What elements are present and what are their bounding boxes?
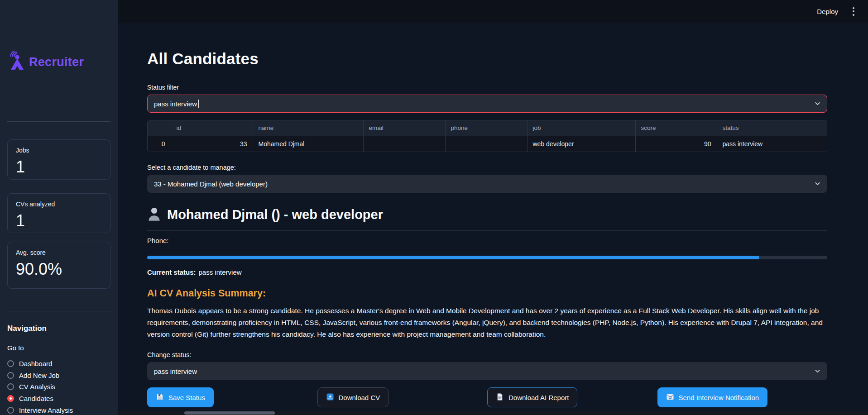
save-status-button[interactable]: Save Status [147,387,214,407]
cell-email [363,136,445,152]
table-row: 0 33 Mohamed Djmal web developer 90 pass… [148,136,827,152]
kebab-menu-icon[interactable] [851,5,856,18]
nav-radio-group: Dashboard Add New Job CV Analysis Candid… [7,358,115,415]
radio-unselected-icon[interactable] [7,407,14,414]
col-header-email: email [363,120,445,136]
nav-subtitle: Go to [7,344,24,352]
phone-label: Phone: [147,237,827,244]
current-status-value: pass interview [199,268,242,276]
send-interview-notification-button[interactable]: Send Interview Notification [657,387,768,407]
inbox-tray-icon [326,393,334,402]
col-header-id: id [171,120,253,136]
candidate-name-title: Mohamed Djmal () - web developer [167,207,383,222]
email-icon [666,393,674,402]
nav-item-label: Dashboard [19,360,52,367]
candidate-heading: Mohamed Djmal () - web developer [147,206,827,223]
col-header-status: status [717,120,827,136]
topbar: Deploy [118,0,868,23]
sidebar-item-candidates[interactable]: Candidates [7,393,115,405]
button-label: Send Interview Notification [679,394,759,401]
nav-item-label: CV Analysis [19,383,55,391]
col-header-name: name [253,120,363,136]
stat-value: 90.0% [16,260,102,279]
stat-label: Avg. score [16,249,102,256]
button-label: Save Status [168,394,205,401]
score-progress-bar [147,256,827,259]
ai-summary-text: Thomas Dubois appears to be a strong can… [147,305,827,340]
change-status-select[interactable]: pass interview [147,362,827,380]
cell-phone [445,136,527,152]
section-divider [147,230,827,231]
chevron-down-icon[interactable] [814,100,821,108]
app-logo: Recruiter [7,51,84,73]
stat-label: Jobs [16,147,102,154]
chevron-down-icon[interactable] [814,180,821,188]
table-header-row: id name email phone job score status [148,120,827,136]
stat-card-cvs-analyzed: CVs analyzed 1 [7,193,110,233]
nav-item-label: Interview Analysis [19,406,73,414]
candidate-select-label: Select a candidate to manage: [147,164,827,171]
cell-status: pass interview [717,136,827,152]
sidebar-divider-top [7,121,110,122]
col-header-phone: phone [445,120,527,136]
document-icon [496,393,504,402]
sidebar-item-dashboard[interactable]: Dashboard [7,358,115,370]
stat-card-jobs: Jobs 1 [7,139,110,180]
status-filter-select[interactable]: pass interview [147,95,827,113]
current-status-label: Current status: [147,268,196,276]
candidate-select[interactable]: 33 - Mohamed Djmal (web developer) [147,175,827,193]
chevron-down-icon[interactable] [814,367,821,375]
stat-card-avg-score: Avg. score 90.0% [7,242,110,289]
sidebar-item-cv-analysis[interactable]: CV Analysis [7,381,115,393]
sidebar-item-add-new-job[interactable]: Add New Job [7,370,115,382]
col-header-index [148,120,171,136]
button-label: Download AI Report [508,394,569,401]
candidate-select-value: 33 - Mohamed Djmal (web developer) [154,180,268,188]
cell-name: Mohamed Djmal [253,136,363,152]
main-content: All Candidates Status filter pass interv… [147,23,827,407]
deploy-button[interactable]: Deploy [817,8,838,15]
score-progress-fill [147,256,759,259]
nav-title: Navigation [7,324,47,333]
nav-item-label: Add New Job [19,372,59,379]
download-ai-report-button[interactable]: Download AI Report [487,387,577,407]
radio-unselected-icon[interactable] [7,383,14,390]
page-title: All Candidates [147,23,827,68]
text-caret [198,100,199,108]
nav-item-label: Candidates [19,395,53,402]
horizontal-scrollbar[interactable] [118,411,868,415]
stat-label: CVs analyzed [16,200,102,208]
scrollbar-thumb[interactable] [184,411,275,415]
change-status-value: pass interview [154,367,197,375]
button-label: Download CV [339,394,380,401]
title-divider [147,78,827,78]
radio-selected-icon[interactable] [7,395,14,402]
status-filter-label: Status filter [147,84,827,91]
cell-job: web developer [527,136,635,152]
person-bust-icon [147,206,161,223]
candidates-table[interactable]: id name email phone job score status 0 3… [147,120,827,152]
sidebar-item-interview-analysis[interactable]: Interview Analysis [7,404,115,415]
stat-value: 1 [16,157,102,176]
ai-summary-title: AI CV Analysis Summary: [147,288,827,299]
logo-text: Recruiter [29,55,84,69]
col-header-score: score [635,120,717,136]
download-cv-button[interactable]: Download CV [317,387,389,407]
cell-score: 90 [635,136,717,152]
status-filter-value: pass interview [154,100,197,108]
action-buttons-row: Save Status Download CV Download AI Re [147,387,827,407]
stat-value: 1 [16,211,102,230]
cell-id: 33 [171,136,253,152]
sidebar: Recruiter Jobs 1 CVs analyzed 1 Avg. sco… [0,0,118,415]
radio-unselected-icon[interactable] [7,372,14,379]
sidebar-divider-bottom [7,311,110,311]
antenna-person-logo-icon [7,51,28,73]
col-header-job: job [527,120,635,136]
change-status-label: Change status: [147,351,827,358]
radio-unselected-icon[interactable] [7,360,14,367]
floppy-disk-icon [156,393,164,402]
current-status-line: Current status:pass interview [147,268,827,276]
cell-index: 0 [148,136,171,152]
